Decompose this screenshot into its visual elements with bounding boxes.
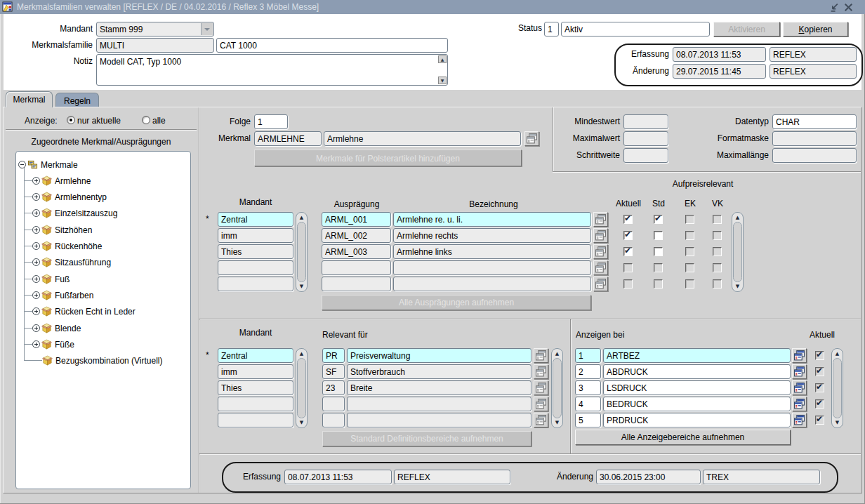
- status-code-field[interactable]: 1: [544, 22, 559, 37]
- mandant-cell[interactable]: Zentral: [218, 212, 293, 227]
- anzeigen-name-cell[interactable]: PRDRUCK: [603, 413, 791, 427]
- mandant-cell[interactable]: [218, 260, 293, 275]
- merkmal-code-field[interactable]: ARMLEHNE: [254, 131, 322, 146]
- bezeichnung-cell[interactable]: [393, 260, 591, 275]
- kopieren-button[interactable]: Kopieren: [783, 22, 848, 37]
- std-checkbox[interactable]: [654, 215, 663, 224]
- expand-icon[interactable]: [32, 177, 40, 185]
- alle-anzeigebereiche-button[interactable]: Alle Anzeigebereiche aufnehmen: [575, 430, 791, 445]
- datentyp-field[interactable]: CHAR: [772, 114, 857, 129]
- tree-item[interactable]: Fußfarben: [16, 287, 189, 303]
- tree-item[interactable]: Bezugskombination (Virtuell): [16, 352, 189, 369]
- relevant-name-cell[interactable]: Preisverwaltung: [347, 348, 531, 363]
- mandant-scrollbar[interactable]: ▲▼: [296, 212, 308, 292]
- bezeichnung-cell[interactable]: Armlehne re. u. li.: [393, 212, 591, 227]
- bezeichnung-editor-button[interactable]: [593, 212, 608, 227]
- anzeigen-nr-cell[interactable]: 1: [575, 348, 601, 363]
- tree-item[interactable]: Einzelsitzauszug: [16, 205, 189, 221]
- mandant-cell[interactable]: [218, 413, 293, 427]
- expand-icon[interactable]: [32, 275, 40, 283]
- bezeichnung-editor-button[interactable]: [593, 277, 608, 291]
- expand-icon[interactable]: [32, 340, 40, 348]
- relevant-name-cell[interactable]: [347, 413, 531, 427]
- tree-item[interactable]: Blende: [16, 320, 189, 336]
- mandant-cell[interactable]: Zentral: [218, 348, 293, 363]
- bezeichnung-cell[interactable]: Armlehne links: [393, 244, 591, 259]
- anzeigen-nr-cell[interactable]: 5: [575, 413, 601, 427]
- bezeichnung-editor-button[interactable]: [593, 260, 608, 275]
- anzeigen-editor-button[interactable]: [792, 413, 807, 427]
- std-checkbox[interactable]: [654, 231, 663, 240]
- folge-field[interactable]: 1: [254, 114, 288, 129]
- relevant-name-cell[interactable]: Stoffverbrauch: [347, 364, 531, 379]
- relevant-editor-button[interactable]: [534, 380, 548, 395]
- mandant-cell[interactable]: Thies: [218, 244, 293, 259]
- mandant-cell[interactable]: Thies: [218, 380, 293, 395]
- relevant-code-cell[interactable]: [322, 397, 345, 411]
- anzeigen-scrollbar[interactable]: ▲▼: [831, 348, 843, 428]
- collapse-icon[interactable]: [18, 161, 26, 168]
- std-checkbox[interactable]: [654, 247, 663, 256]
- aktuell-checkbox[interactable]: [623, 231, 633, 240]
- radio-alle[interactable]: [142, 116, 150, 124]
- relevant-name-cell[interactable]: Breite: [347, 380, 531, 395]
- bezeichnung-cell[interactable]: [393, 277, 591, 291]
- familie-name-field[interactable]: CAT 1000: [216, 38, 448, 53]
- anzeigen-nr-cell[interactable]: 3: [575, 380, 601, 395]
- tree-root[interactable]: Merkmale: [16, 157, 189, 173]
- expand-icon[interactable]: [32, 193, 40, 201]
- aktuell-checkbox[interactable]: [623, 215, 633, 224]
- expand-icon[interactable]: [32, 242, 40, 250]
- tree-item[interactable]: Armlehne: [16, 173, 189, 189]
- relevant-code-cell[interactable]: PR: [322, 348, 345, 363]
- scroll-up-icon[interactable]: ▲: [438, 55, 447, 63]
- bezeichnung-cell[interactable]: Armlehne rechts: [393, 228, 591, 243]
- auspraegung-cell[interactable]: ARML_002: [322, 228, 391, 243]
- bezeichnung-editor-button[interactable]: [593, 244, 608, 259]
- expand-icon[interactable]: [32, 291, 40, 299]
- anzeigen-name-cell[interactable]: ARTBEZ: [603, 348, 791, 363]
- relevant-editor-button[interactable]: [534, 348, 548, 363]
- expand-icon[interactable]: [32, 226, 40, 234]
- anzeigen-editor-button[interactable]: [792, 380, 807, 395]
- relevant-code-cell[interactable]: [322, 413, 345, 427]
- auspraegungen-scrollbar[interactable]: ▲▼: [732, 212, 744, 292]
- merkmal-name-field[interactable]: Armlehne: [324, 131, 521, 146]
- tab-regeln[interactable]: Regeln: [55, 93, 99, 107]
- tree-item[interactable]: Fuß: [16, 271, 189, 287]
- tree-item[interactable]: Rücken Echt in Leder: [16, 303, 189, 319]
- anzeigen-name-cell[interactable]: LSDRUCK: [603, 380, 791, 395]
- relevant-editor-button[interactable]: [534, 364, 548, 379]
- expand-icon[interactable]: [32, 307, 40, 315]
- scroll-down-icon[interactable]: ▼: [438, 77, 447, 84]
- tree-item[interactable]: Rückenhöhe: [16, 238, 189, 254]
- restore-window-icon[interactable]: [829, 2, 840, 13]
- relevant-scrollbar[interactable]: ▲▼: [551, 348, 563, 428]
- expand-icon[interactable]: [32, 209, 40, 217]
- anzeigen-editor-button[interactable]: [792, 397, 807, 411]
- mandant-cell[interactable]: [218, 277, 293, 291]
- mandant-scrollbar[interactable]: ▲▼: [296, 348, 308, 428]
- relevant-code-cell[interactable]: 23: [322, 380, 345, 395]
- tree-item[interactable]: Sitzausführung: [16, 254, 189, 270]
- anzeigen-name-cell[interactable]: BEDRUCK: [603, 397, 791, 411]
- auspraegung-cell[interactable]: ARML_003: [322, 244, 391, 259]
- tree-item[interactable]: Armlehnentyp: [16, 189, 189, 205]
- tab-merkmal[interactable]: Merkmal: [6, 91, 53, 107]
- mandant-dropdown[interactable]: Stamm 999: [96, 22, 214, 37]
- auspraegung-cell[interactable]: ARML_001: [322, 212, 391, 227]
- close-window-icon[interactable]: [843, 2, 854, 13]
- mandant-cell[interactable]: imm: [218, 228, 293, 243]
- relevant-editor-button[interactable]: [534, 397, 548, 411]
- anzeigen-editor-button[interactable]: [792, 364, 807, 379]
- expand-icon[interactable]: [32, 324, 40, 332]
- anzeigen-name-cell[interactable]: ABDRUCK: [603, 364, 791, 379]
- expand-icon[interactable]: [32, 258, 40, 266]
- auspraegung-cell[interactable]: [322, 277, 391, 291]
- mandant-cell[interactable]: imm: [218, 364, 293, 379]
- tree-item[interactable]: Sitzhöhen: [16, 222, 189, 238]
- bezeichnung-editor-button[interactable]: [593, 228, 608, 243]
- relevant-editor-button[interactable]: [534, 413, 548, 427]
- mandant-cell[interactable]: [218, 397, 293, 411]
- relevant-code-cell[interactable]: SF: [322, 364, 345, 379]
